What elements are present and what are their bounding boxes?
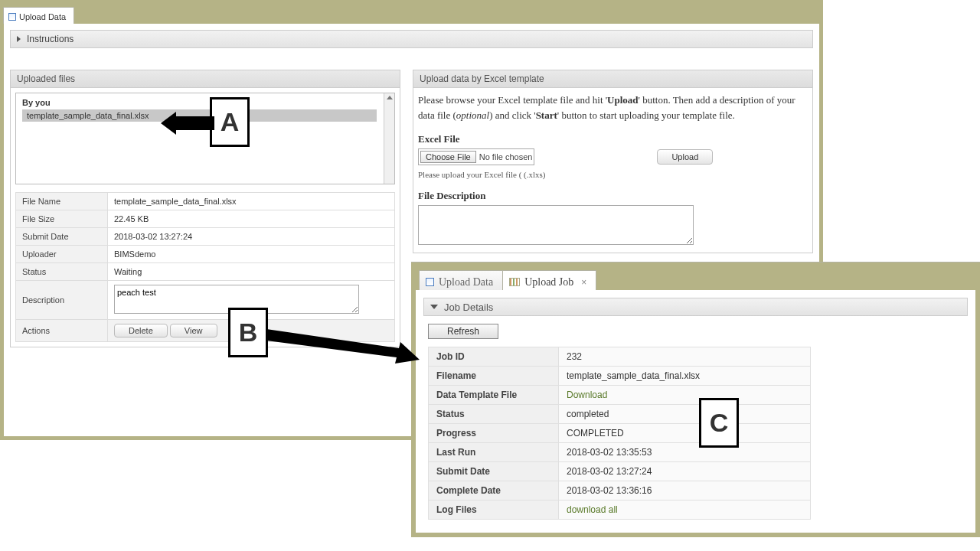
tab-upload-data[interactable]: Upload Data bbox=[419, 270, 503, 290]
svg-marker-1 bbox=[266, 329, 420, 364]
upload-instructions-text: Please browse your Excel template file a… bbox=[418, 93, 808, 122]
refresh-button[interactable]: Refresh bbox=[428, 324, 498, 339]
log-files-label: Log Files bbox=[436, 504, 477, 515]
panel-header: Uploaded files bbox=[11, 70, 400, 88]
file-name-label: File Name bbox=[16, 193, 108, 210]
window-body: Job Details Refresh Job ID232 Filenamete… bbox=[416, 290, 975, 533]
status-value: Waiting bbox=[108, 263, 395, 281]
document-icon bbox=[8, 13, 16, 21]
file-description-label: File Description bbox=[418, 190, 808, 202]
choose-file-button[interactable]: Choose File bbox=[420, 151, 476, 163]
job-id-label: Job ID bbox=[436, 351, 465, 362]
tab-label: Upload Data bbox=[19, 12, 66, 21]
filename-label: Filename bbox=[436, 370, 476, 381]
chevron-right-icon bbox=[17, 36, 21, 42]
submit-date-value: 2018-03-02 13:27:24 bbox=[559, 462, 811, 481]
job-id-value: 232 bbox=[559, 347, 811, 367]
label-b: B bbox=[228, 308, 268, 357]
job-details-label: Job Details bbox=[444, 302, 493, 313]
chevron-down-icon bbox=[430, 305, 438, 309]
progress-label: Progress bbox=[436, 428, 476, 439]
panel-header: Upload data by Excel template bbox=[413, 70, 812, 88]
file-size-value: 22.45 KB bbox=[108, 210, 395, 228]
filename-value: template_sample_data_final.xlsx bbox=[559, 367, 811, 386]
uploader-label: Uploader bbox=[16, 246, 108, 263]
upload-button[interactable]: Upload bbox=[657, 149, 713, 165]
complete-date-label: Complete Date bbox=[436, 485, 501, 496]
status-label: Status bbox=[16, 263, 108, 281]
job-details-table: Job ID232 Filenametemplate_sample_data_f… bbox=[428, 347, 811, 520]
upload-help-text: Please upload your Excel file ( (.xlxs) bbox=[418, 170, 808, 179]
file-list[interactable]: By you template_sample_data_final.xlsx bbox=[15, 93, 395, 184]
submit-date-label: Submit Date bbox=[436, 466, 490, 477]
file-description-textarea[interactable] bbox=[418, 205, 694, 245]
file-name-value: template_sample_data_final.xlsx bbox=[108, 193, 395, 210]
view-button[interactable]: View bbox=[170, 324, 217, 337]
upload-template-panel: Upload data by Excel template Please bro… bbox=[413, 70, 813, 253]
data-template-file-label: Data Template File bbox=[436, 390, 517, 400]
close-icon[interactable]: × bbox=[581, 277, 586, 288]
bar-chart-icon bbox=[509, 278, 520, 286]
download-link[interactable]: Download bbox=[567, 390, 607, 400]
document-icon bbox=[426, 278, 434, 286]
file-input[interactable]: Choose File No file chosen bbox=[418, 148, 534, 165]
by-you-label: By you bbox=[22, 98, 388, 107]
last-run-label: Last Run bbox=[436, 447, 475, 458]
excel-file-label: Excel File bbox=[418, 133, 808, 145]
instructions-collapsible[interactable]: Instructions bbox=[10, 30, 813, 48]
complete-date-value: 2018-03-02 13:36:16 bbox=[559, 481, 811, 500]
tab-upload-job[interactable]: Upload Job × bbox=[502, 270, 596, 290]
file-metadata-table: File Nametemplate_sample_data_final.xlsx… bbox=[15, 192, 395, 342]
tab-strip: Upload Data bbox=[1, 1, 822, 24]
actions-label: Actions bbox=[16, 320, 108, 342]
status-label: Status bbox=[436, 409, 465, 419]
tab-upload-data[interactable]: Upload Data bbox=[3, 7, 74, 24]
scrollbar[interactable] bbox=[384, 93, 394, 184]
delete-button[interactable]: Delete bbox=[114, 324, 168, 337]
upload-job-window: Upload Data Upload Job × Job Details Ref… bbox=[411, 262, 980, 537]
label-a: A bbox=[210, 97, 250, 147]
last-run-value: 2018-03-02 13:35:53 bbox=[559, 443, 811, 462]
submit-date-label: Submit Date bbox=[16, 228, 108, 246]
arrow-a-icon bbox=[161, 112, 214, 135]
download-all-link[interactable]: download all bbox=[567, 504, 618, 515]
tab-strip: Upload Data Upload Job × bbox=[411, 262, 980, 290]
tab-label: Upload Job bbox=[524, 276, 573, 289]
description-label: Description bbox=[16, 281, 108, 320]
progress-value: COMPLETED bbox=[559, 424, 811, 443]
label-c: C bbox=[699, 398, 739, 448]
status-value: completed bbox=[559, 405, 811, 424]
no-file-text: No file chosen bbox=[479, 152, 533, 161]
instructions-label: Instructions bbox=[27, 34, 74, 44]
file-size-label: File Size bbox=[16, 210, 108, 228]
tab-label: Upload Data bbox=[439, 276, 493, 289]
job-details-collapsible[interactable]: Job Details bbox=[423, 298, 968, 316]
arrow-b-icon bbox=[266, 325, 420, 364]
uploader-value: BIMSdemo bbox=[108, 246, 395, 263]
submit-date-value: 2018-03-02 13:27:24 bbox=[108, 228, 395, 246]
scroll-up-icon bbox=[387, 96, 393, 99]
svg-marker-0 bbox=[161, 112, 214, 135]
